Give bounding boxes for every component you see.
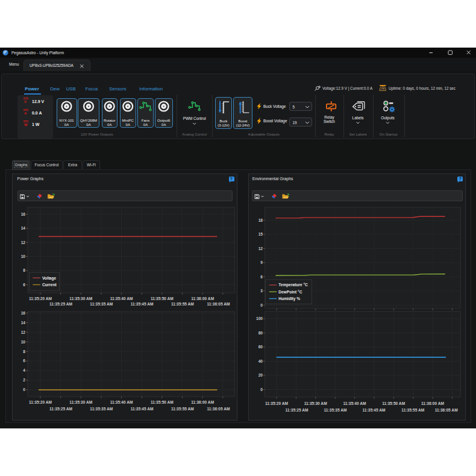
svg-text:10: 10 [21, 254, 26, 258]
svg-text:11:35:25 AM: 11:35:25 AM [49, 302, 72, 306]
svg-text:11:35:20 AM: 11:35:20 AM [29, 400, 52, 404]
svg-text:11:36:00 AM: 11:36:00 AM [191, 296, 214, 301]
svg-text:Humidity %: Humidity % [278, 296, 300, 301]
svg-text:11:35:25 AM: 11:35:25 AM [49, 407, 72, 411]
svg-text:60: 60 [258, 345, 263, 349]
svg-text:10: 10 [21, 340, 26, 344]
svg-text:4: 4 [23, 368, 25, 372]
svg-text:2: 2 [23, 378, 25, 382]
svg-text:11:35:35 AM: 11:35:35 AM [324, 408, 347, 412]
svg-text:11:36:05 AM: 11:36:05 AM [435, 408, 458, 412]
svg-text:11:35:55 AM: 11:35:55 AM [402, 408, 425, 412]
svg-text:20: 20 [258, 373, 263, 377]
svg-text:11:35:30 AM: 11:35:30 AM [304, 401, 327, 406]
svg-text:6: 6 [23, 359, 25, 363]
svg-text:11:35:45 AM: 11:35:45 AM [131, 302, 154, 306]
svg-text:12: 12 [21, 240, 26, 245]
svg-text:11:35:30 AM: 11:35:30 AM [69, 296, 92, 301]
svg-text:11:35:35 AM: 11:35:35 AM [90, 407, 113, 411]
svg-text:11:36:00 AM: 11:36:00 AM [421, 401, 444, 406]
svg-text:PWM Control: PWM Control [183, 116, 206, 121]
svg-text:11:35:45 AM: 11:35:45 AM [363, 408, 386, 412]
svg-text:12: 12 [21, 330, 26, 334]
svg-text:11:36:00 AM: 11:36:00 AM [191, 400, 214, 404]
svg-text:Temperature °C: Temperature °C [278, 283, 308, 287]
svg-text:Switch: Switch [324, 119, 335, 124]
svg-text:11:35:25 AM: 11:35:25 AM [286, 408, 308, 412]
svg-text:100: 100 [256, 316, 263, 321]
svg-text:11:35:50 AM: 11:35:50 AM [151, 296, 174, 301]
svg-text:PegasusAstro - Unity Platform: PegasusAstro - Unity Platform [11, 51, 64, 55]
svg-text:3: 3 [261, 289, 263, 293]
svg-text:6: 6 [261, 275, 263, 279]
svg-text:Outputs: Outputs [381, 116, 394, 121]
svg-text:16: 16 [21, 311, 26, 315]
svg-text:12: 12 [258, 246, 263, 251]
svg-text:6: 6 [23, 283, 25, 287]
svg-text:11:35:40 AM: 11:35:40 AM [343, 401, 366, 406]
svg-text:15: 15 [258, 232, 263, 236]
svg-text:9: 9 [261, 260, 263, 265]
svg-text:Current: Current [42, 283, 57, 287]
svg-text:11:35:50 AM: 11:35:50 AM [383, 401, 406, 406]
svg-text:40: 40 [258, 359, 263, 363]
svg-text:8: 8 [23, 268, 25, 272]
svg-text:18: 18 [258, 218, 263, 222]
svg-text:8: 8 [23, 349, 25, 354]
svg-text:80: 80 [258, 331, 263, 335]
svg-text:11:36:05 AM: 11:36:05 AM [207, 302, 230, 306]
svg-text:16: 16 [21, 212, 26, 216]
svg-text:11:35:20 AM: 11:35:20 AM [29, 296, 52, 301]
svg-text:14: 14 [21, 321, 26, 325]
svg-text:Boost Voltage: Boost Voltage [263, 119, 287, 124]
svg-text:Voltage: Voltage [42, 276, 57, 281]
svg-text:11:35:35 AM: 11:35:35 AM [90, 302, 113, 306]
svg-text:11:35:55 AM: 11:35:55 AM [171, 407, 194, 411]
svg-text:14: 14 [21, 226, 26, 230]
svg-text:11:35:50 AM: 11:35:50 AM [151, 400, 174, 404]
svg-text:Labels: Labels [352, 116, 364, 120]
svg-text:11:36:05 AM: 11:36:05 AM [207, 407, 230, 411]
svg-text:11:35:45 AM: 11:35:45 AM [131, 407, 154, 411]
svg-text:11:35:20 AM: 11:35:20 AM [265, 401, 288, 406]
svg-text:11:35:40 AM: 11:35:40 AM [110, 400, 133, 404]
svg-text:0: 0 [261, 387, 263, 392]
svg-text:Buck Voltage: Buck Voltage [263, 104, 286, 109]
svg-text:0: 0 [23, 387, 25, 392]
svg-text:11:35:55 AM: 11:35:55 AM [171, 302, 194, 306]
svg-text:11:35:30 AM: 11:35:30 AM [69, 400, 92, 404]
svg-text:0: 0 [261, 303, 263, 307]
svg-text:DewPoint °C: DewPoint °C [278, 290, 302, 294]
svg-text:11:35:40 AM: 11:35:40 AM [110, 296, 133, 301]
